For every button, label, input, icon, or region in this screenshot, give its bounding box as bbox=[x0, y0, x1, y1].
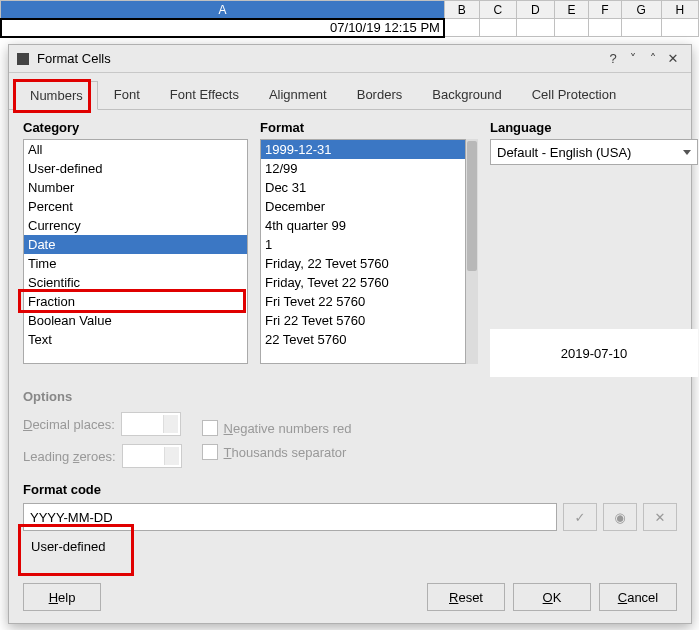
tab-borders[interactable]: Borders bbox=[343, 81, 417, 109]
apply-icon[interactable]: ✓ bbox=[563, 503, 597, 531]
category-item[interactable]: All bbox=[24, 140, 247, 159]
language-value: Default - English (USA) bbox=[497, 145, 631, 160]
cell[interactable] bbox=[589, 19, 621, 37]
format-item[interactable]: 1999-12-31 bbox=[261, 140, 465, 159]
help-icon[interactable]: ? bbox=[603, 51, 623, 66]
category-item[interactable]: Fraction bbox=[24, 292, 247, 311]
category-item[interactable]: User-defined bbox=[24, 159, 247, 178]
cell[interactable] bbox=[621, 19, 661, 37]
tab-alignment[interactable]: Alignment bbox=[255, 81, 341, 109]
format-scrollbar[interactable] bbox=[466, 139, 478, 364]
cell[interactable] bbox=[554, 19, 589, 37]
cell[interactable] bbox=[661, 19, 698, 37]
tab-cell-protection[interactable]: Cell Protection bbox=[518, 81, 631, 109]
help-button[interactable]: Help bbox=[23, 583, 101, 611]
preview-icon[interactable]: ◉ bbox=[603, 503, 637, 531]
format-code-heading: Format code bbox=[23, 482, 677, 497]
col-header-a[interactable]: A bbox=[1, 1, 445, 19]
format-item[interactable]: 1 bbox=[261, 235, 465, 254]
format-item[interactable]: Friday, 22 Tevet 5760 bbox=[261, 254, 465, 273]
tab-font-effects[interactable]: Font Effects bbox=[156, 81, 253, 109]
format-item[interactable]: Fri Tevet 22 5760 bbox=[261, 292, 465, 311]
format-item[interactable]: Fri 22 Tevet 5760 bbox=[261, 311, 465, 330]
category-label: Category bbox=[23, 120, 248, 135]
ok-button[interactable]: OK bbox=[513, 583, 591, 611]
spreadsheet-grid[interactable]: A B C D E F G H 07/10/19 12:15 PM bbox=[0, 0, 699, 37]
tab-numbers[interactable]: Numbers bbox=[15, 81, 98, 110]
user-defined-label: User-defined bbox=[31, 539, 677, 554]
thousands-label: Thousands separator bbox=[224, 445, 347, 460]
format-item[interactable]: Friday, Tevet 22 5760 bbox=[261, 273, 465, 292]
decimal-places-label: Decimal places: bbox=[23, 417, 115, 432]
thousands-checkbox bbox=[202, 444, 218, 460]
titlebar[interactable]: Format Cells ? ˅ ˄ ✕ bbox=[9, 45, 691, 73]
format-code-input[interactable] bbox=[23, 503, 557, 531]
leading-zeroes-label: Leading zeroes: bbox=[23, 449, 116, 464]
col-header[interactable]: D bbox=[517, 1, 554, 19]
format-item[interactable]: Dec 31 bbox=[261, 178, 465, 197]
delete-icon[interactable]: ✕ bbox=[643, 503, 677, 531]
dialog-title: Format Cells bbox=[37, 51, 603, 66]
cell[interactable] bbox=[479, 19, 516, 37]
format-list[interactable]: 1999-12-31 12/99 Dec 31 December 4th qua… bbox=[260, 139, 466, 364]
options-heading: Options bbox=[23, 389, 677, 404]
negative-red-checkbox bbox=[202, 420, 218, 436]
close-icon[interactable]: ✕ bbox=[663, 51, 683, 66]
format-item[interactable]: 22 Tevet 5760 bbox=[261, 330, 465, 349]
tab-background[interactable]: Background bbox=[418, 81, 515, 109]
col-header[interactable]: G bbox=[621, 1, 661, 19]
category-item[interactable]: Percent bbox=[24, 197, 247, 216]
cell-a1[interactable]: 07/10/19 12:15 PM bbox=[1, 19, 445, 37]
tab-strip: Numbers Font Font Effects Alignment Bord… bbox=[9, 73, 691, 110]
col-header[interactable]: E bbox=[554, 1, 589, 19]
col-header[interactable]: B bbox=[444, 1, 479, 19]
language-label: Language bbox=[490, 120, 698, 135]
category-item[interactable]: Text bbox=[24, 330, 247, 349]
format-label: Format bbox=[260, 120, 478, 135]
decimal-places-spinner bbox=[121, 412, 181, 436]
negative-red-label: Negative numbers red bbox=[224, 421, 352, 436]
format-preview: 2019-07-10 bbox=[490, 329, 698, 377]
reset-button[interactable]: Reset bbox=[427, 583, 505, 611]
category-item[interactable]: Scientific bbox=[24, 273, 247, 292]
minimize-icon[interactable]: ˅ bbox=[623, 51, 643, 66]
cancel-button[interactable]: Cancel bbox=[599, 583, 677, 611]
app-icon bbox=[17, 53, 29, 65]
col-header[interactable]: C bbox=[479, 1, 516, 19]
chevron-down-icon bbox=[683, 150, 691, 155]
category-item[interactable]: Boolean Value bbox=[24, 311, 247, 330]
format-item[interactable]: December bbox=[261, 197, 465, 216]
language-select[interactable]: Default - English (USA) bbox=[490, 139, 698, 165]
format-item[interactable]: 4th quarter 99 bbox=[261, 216, 465, 235]
leading-zeroes-spinner bbox=[122, 444, 182, 468]
col-header[interactable]: H bbox=[661, 1, 698, 19]
format-cells-dialog: Format Cells ? ˅ ˄ ✕ Numbers Font Font E… bbox=[8, 44, 692, 624]
cell[interactable] bbox=[517, 19, 554, 37]
cell[interactable] bbox=[444, 19, 479, 37]
col-header[interactable]: F bbox=[589, 1, 621, 19]
category-item-date[interactable]: Date bbox=[24, 235, 247, 254]
maximize-icon[interactable]: ˄ bbox=[643, 51, 663, 66]
tab-font[interactable]: Font bbox=[100, 81, 154, 109]
category-item[interactable]: Time bbox=[24, 254, 247, 273]
category-item[interactable]: Number bbox=[24, 178, 247, 197]
format-item[interactable]: 12/99 bbox=[261, 159, 465, 178]
category-item[interactable]: Currency bbox=[24, 216, 247, 235]
category-list[interactable]: All User-defined Number Percent Currency… bbox=[23, 139, 248, 364]
